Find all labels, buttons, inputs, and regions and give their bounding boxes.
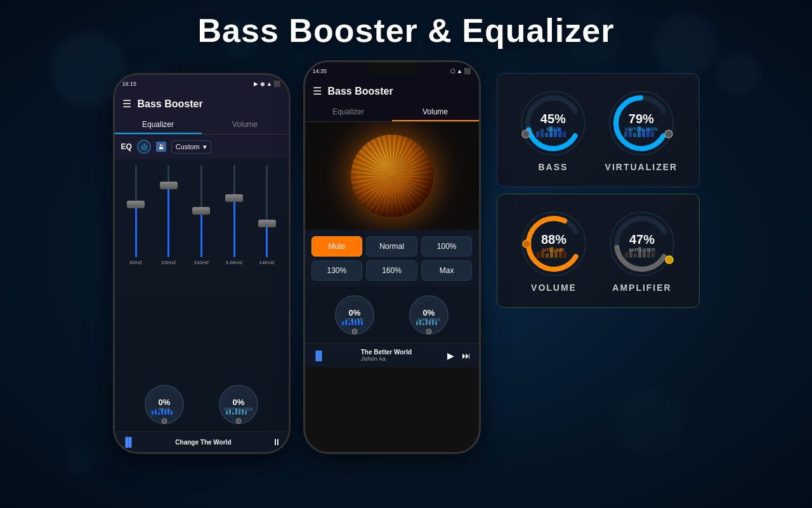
status-icons-right: ⬡ ▲ ⬛ <box>450 68 471 74</box>
knob-panel-bottom: 88% VOLUME VOLUME <box>497 194 700 308</box>
virtualizer-knob[interactable]: 0% VIRTUALIZER <box>216 382 261 427</box>
knob-panel-bottom-content: 88% VOLUME VOLUME <box>510 204 686 298</box>
virtualizer-knob-container: 0% VIRTUALIZER <box>216 382 261 427</box>
pause-icon-left[interactable]: ⏸ <box>272 437 281 447</box>
svg-rect-60 <box>651 131 654 137</box>
big-virtualizer-knob[interactable]: 79% VIRTUALIZER <box>606 88 676 158</box>
svg-rect-55 <box>629 129 632 137</box>
eq-bars-area: 60HZ 230HZ <box>115 159 289 378</box>
svg-rect-16 <box>239 410 240 415</box>
svg-rect-79 <box>638 247 641 258</box>
eq-slider-track-2[interactable] <box>167 165 169 257</box>
eq-band-230hz: 230HZ <box>157 165 180 273</box>
eq-power-button[interactable]: ⏻ <box>137 140 151 154</box>
svg-rect-6 <box>164 410 166 415</box>
svg-point-29 <box>352 329 357 334</box>
eq-band-910hz: 910HZ <box>190 165 213 273</box>
vol-btn-100[interactable]: 100% <box>421 236 473 257</box>
svg-rect-76 <box>625 252 628 258</box>
eq-slider-track-1[interactable] <box>135 165 137 257</box>
track-info-right: The Better World Jishon Aa <box>361 349 412 362</box>
skip-icon-right[interactable]: ⏭ <box>462 351 471 361</box>
knob-panel-top: 45% BASS BASS <box>497 73 700 187</box>
big-bass-knob-container: 45% BASS BASS <box>518 88 588 172</box>
svg-point-83 <box>665 256 673 264</box>
tabs-right: Equalizer Volume <box>305 102 479 122</box>
big-volume-knob[interactable]: 88% VOLUME <box>519 209 589 279</box>
vol-btn-130[interactable]: 130% <box>311 260 363 281</box>
tab-equalizer-right[interactable]: Equalizer <box>305 102 392 121</box>
svg-rect-81 <box>647 248 650 258</box>
eq-bars-container: 60HZ 230HZ <box>120 165 284 273</box>
svg-rect-82 <box>652 252 655 258</box>
svg-rect-44 <box>540 129 544 137</box>
svg-rect-18 <box>245 411 247 415</box>
eq-slider-track-4[interactable] <box>233 165 235 257</box>
svg-rect-26 <box>355 321 357 325</box>
svg-rect-70 <box>559 248 562 258</box>
big-bass-knob[interactable]: 45% BASS <box>518 88 588 158</box>
svg-rect-33 <box>419 320 421 325</box>
play-icon-right[interactable]: ▶ <box>447 351 454 361</box>
big-amplifier-knob[interactable]: 47% AMPLIFIER <box>607 209 677 279</box>
svg-point-50 <box>522 130 530 138</box>
tab-equalizer-left[interactable]: Equalizer <box>115 115 202 134</box>
eq-freq-label-2: 230HZ <box>161 260 176 265</box>
volume-panel-label: VOLUME <box>531 283 577 293</box>
vol-btn-normal[interactable]: Normal <box>366 236 417 257</box>
bass-knob-container: 0% BASS <box>141 382 187 427</box>
svg-rect-43 <box>536 131 539 137</box>
chevron-down-icon: ▾ <box>203 143 207 151</box>
eq-slider-handle-4[interactable] <box>225 194 243 202</box>
eq-slider-handle-2[interactable] <box>160 182 178 189</box>
menu-icon-left[interactable]: ☰ <box>122 98 131 110</box>
tab-volume-left[interactable]: Volume <box>202 115 289 134</box>
menu-icon-right[interactable]: ☰ <box>313 85 322 97</box>
header-left: ☰ Bass Booster <box>115 93 289 115</box>
track-artist-right: Jishon Aa <box>361 356 412 362</box>
svg-rect-78 <box>634 253 637 258</box>
bass-knob[interactable]: 0% BASS <box>141 382 187 427</box>
svg-point-73 <box>610 212 674 276</box>
svg-rect-68 <box>550 247 553 258</box>
svg-point-39 <box>426 329 431 334</box>
eq-slider-handle-1[interactable] <box>127 201 145 208</box>
eq-band-36khz: 3.6KHZ <box>223 165 246 273</box>
amplifier-knob[interactable]: 0% AMPLIFIER <box>406 292 452 338</box>
tab-volume-right[interactable]: Volume <box>392 102 479 121</box>
eq-slider-track-5[interactable] <box>266 165 268 257</box>
phone-left: 16:15 ▶ ◉ ▲ ⬛ ☰ Bass Booster Equalizer V… <box>113 73 291 454</box>
playback-controls-right: ▶ ⏭ <box>447 351 471 361</box>
page-title: Bass Booster & Equalizer <box>0 0 812 57</box>
amplifier-knob-container: 0% AMPLIFIER <box>406 292 452 338</box>
save-preset-button[interactable]: 💾 <box>156 142 166 152</box>
bars-icon-right: ▐▌ <box>313 351 325 361</box>
amplifier-panel-label: AMPLIFIER <box>612 283 671 293</box>
svg-rect-25 <box>351 319 353 325</box>
svg-rect-59 <box>646 128 650 137</box>
vol-btn-max[interactable]: Max <box>421 260 473 281</box>
eq-slider-handle-3[interactable] <box>192 207 210 215</box>
svg-rect-3 <box>155 410 157 415</box>
svg-rect-2 <box>152 411 154 415</box>
volume-knob[interactable]: 0% VOLUME <box>332 292 377 338</box>
eq-slider-track-3[interactable] <box>200 165 202 257</box>
big-virtualizer-knob-container: 79% VIRTUALIZER VIRTUALIZER <box>605 88 678 172</box>
svg-rect-17 <box>242 409 244 415</box>
bottom-knobs-right: 0% VOLUME <box>305 287 479 343</box>
svg-point-9 <box>162 418 167 424</box>
svg-rect-48 <box>558 128 561 137</box>
svg-rect-23 <box>345 320 347 325</box>
eq-preset-dropdown[interactable]: Custom ▾ <box>171 140 211 154</box>
knob-panel-top-content: 45% BASS BASS <box>510 83 686 177</box>
phone-right: 14:35 ⬡ ▲ ⬛ ☰ Bass Booster Equalizer Vol… <box>303 60 481 454</box>
eq-slider-handle-5[interactable] <box>258 220 276 227</box>
tabs-left: Equalizer Volume <box>115 115 289 135</box>
vol-btn-160[interactable]: 160% <box>366 260 417 281</box>
svg-rect-27 <box>358 319 360 325</box>
big-amplifier-knob-container: 47% AMPLIFIER AMPLIFIER <box>607 209 677 293</box>
svg-rect-77 <box>629 250 632 258</box>
eq-slider-fill-3 <box>200 213 202 257</box>
app-title-right: Bass Booster <box>328 86 393 97</box>
vol-btn-mute[interactable]: Mute <box>311 236 363 257</box>
